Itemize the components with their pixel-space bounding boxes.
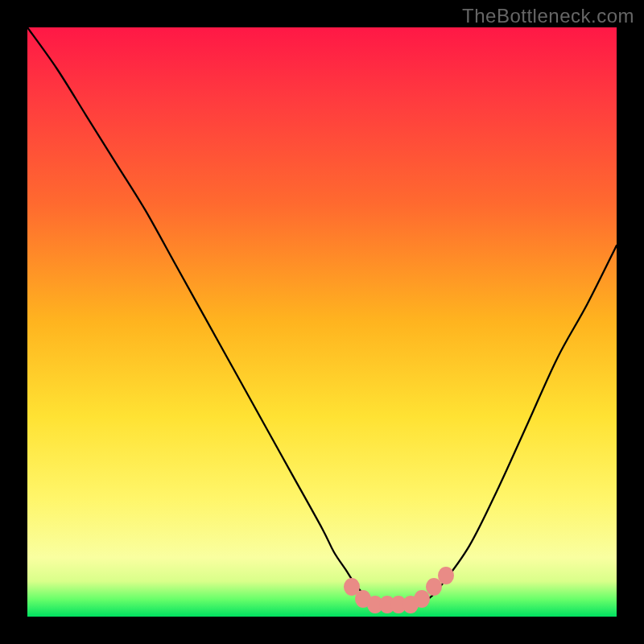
watermark-label: TheBottleneck.com <box>462 5 634 27</box>
plot-area <box>27 27 617 617</box>
chart-frame: TheBottleneck.com <box>0 0 644 644</box>
data-marker <box>438 567 454 584</box>
marker-layer <box>27 27 617 617</box>
